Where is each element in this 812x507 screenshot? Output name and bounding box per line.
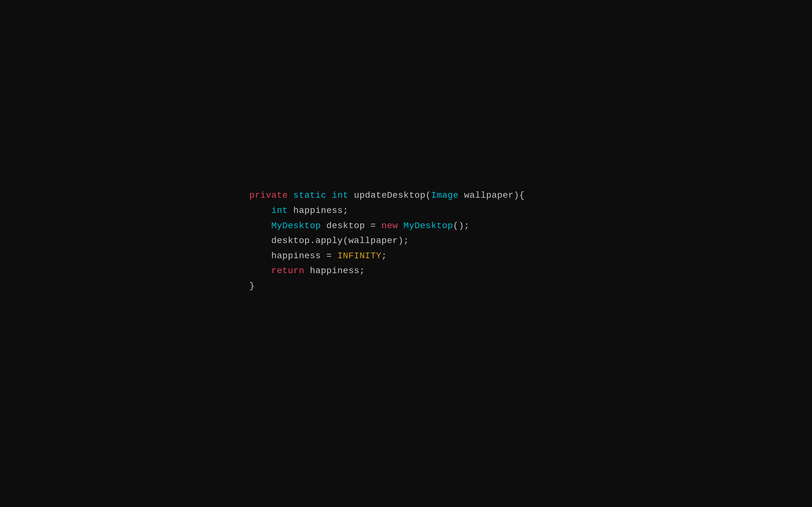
code-line-2: int happiness; <box>249 203 525 218</box>
code-line-6: return happiness; <box>249 263 525 279</box>
code-display: private static int updateDesktop(Image w… <box>249 188 525 293</box>
code-line-5: happiness = INFINITY; <box>249 248 525 264</box>
code-line-3: MyDesktop desktop = new MyDesktop(); <box>249 218 525 233</box>
code-line-4: desktop.apply(wallpaper); <box>249 233 525 248</box>
code-line-1: private static int updateDesktop(Image w… <box>249 188 525 203</box>
code-line-7: } <box>249 279 525 294</box>
